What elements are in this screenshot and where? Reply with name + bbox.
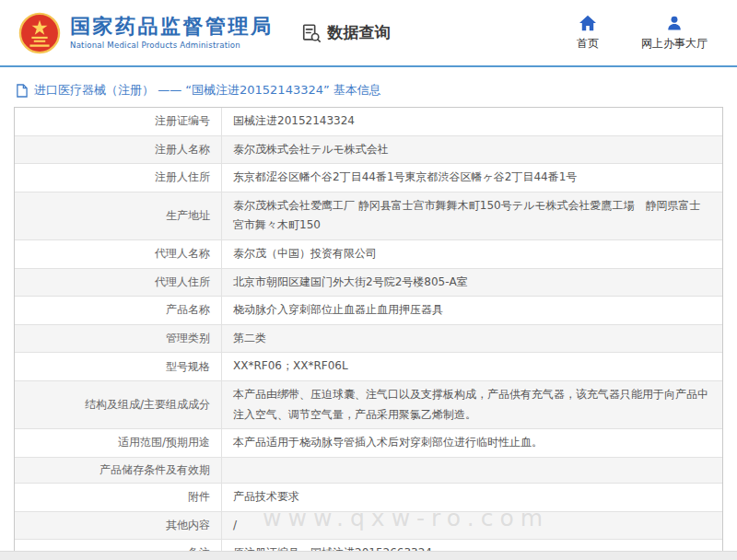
table-row: 适用范围/预期用途 本产品适用于桡动脉导管插入术后对穿刺部位进行临时性止血。 xyxy=(15,429,722,458)
user-icon xyxy=(666,15,683,31)
table-row: 代理人名称 泰尔茂（中国）投资有限公司 xyxy=(15,240,722,269)
row-value: 桡动脉介入穿刺部位止血器止血用押压器具 xyxy=(222,297,722,324)
row-value xyxy=(222,458,722,483)
document-icon xyxy=(16,84,28,98)
row-value: 泰尔茂株式会社爱鹰工厂 静冈县富士宫市舞舞木町150号テルモ株式会社愛鷹工場 静… xyxy=(222,192,722,239)
home-icon xyxy=(579,15,597,31)
table-row: 产品名称 桡动脉介入穿刺部位止血器止血用押压器具 xyxy=(15,297,722,325)
brand-logo-link[interactable]: 国家药品监督管理局 National Medical Products Admi… xyxy=(18,12,274,54)
row-label: 代理人住所 xyxy=(15,269,222,297)
row-label: 其他内容 xyxy=(15,512,222,540)
breadcrumb: 进口医疗器械（注册） —— “国械注进20152143324” 基本信息 xyxy=(14,73,723,107)
table-row: 注册证编号 国械注进20152143324 xyxy=(15,108,722,136)
nav-online-service-hall[interactable]: 网上办事大厅 xyxy=(641,15,708,52)
row-value: 泰尔茂株式会社テルモ株式会社 xyxy=(222,136,722,164)
row-value: 产品技术要求 xyxy=(222,484,722,511)
table-row: 其他内容 / xyxy=(15,512,722,541)
row-value: 东京都涩谷区幡个谷2丁目44番1号東京都渋谷区幡ヶ谷2丁目44番1号 xyxy=(222,164,722,192)
row-label: 产品储存条件及有效期 xyxy=(15,458,222,483)
row-label: 结构及组成/主要组成成分 xyxy=(15,381,222,428)
row-value: 本产品由绑带、压迫球囊、注气口以及支撑板构成，产品供有充气器，该充气器只能用于向… xyxy=(222,381,722,428)
row-label: 适用范围/预期用途 xyxy=(15,429,222,457)
row-value: 国械注进20152143324 xyxy=(222,108,722,135)
header: 国家药品监督管理局 National Medical Products Admi… xyxy=(0,0,737,67)
table-row: 生产地址 泰尔茂株式会社爱鹰工厂 静冈县富士宫市舞舞木町150号テルモ株式会社愛… xyxy=(15,192,722,240)
table-row: 结构及组成/主要组成成分 本产品由绑带、压迫球囊、注气口以及支撑板构成，产品供有… xyxy=(15,381,722,429)
table-row: 管理类别 第二类 xyxy=(15,325,722,354)
row-label: 注册证编号 xyxy=(15,108,222,135)
data-query-tab[interactable]: 数据查询 xyxy=(301,22,391,43)
row-label: 代理人名称 xyxy=(15,240,222,268)
registration-info-table: 注册证编号 国械注进20152143324 注册人名称 泰尔茂株式会社テルモ株式… xyxy=(14,107,723,560)
table-row: 注册人名称 泰尔茂株式会社テルモ株式会社 xyxy=(15,136,722,165)
row-label: 生产地址 xyxy=(15,192,222,239)
row-label: 型号规格 xyxy=(15,353,222,380)
data-query-label: 数据查询 xyxy=(328,22,391,43)
row-label: 产品名称 xyxy=(15,297,222,324)
header-nav: 首页 网上办事大厅 xyxy=(569,15,708,52)
national-emblem-icon xyxy=(18,12,61,54)
table-row: 代理人住所 北京市朝阳区建国门外大街2号院2号楼805-A室 xyxy=(15,269,722,298)
brand-title: 国家药品监督管理局 xyxy=(70,16,274,38)
row-label: 附件 xyxy=(15,484,222,511)
row-value: 北京市朝阳区建国门外大街2号院2号楼805-A室 xyxy=(222,269,722,297)
document-search-icon xyxy=(301,23,322,43)
nav-home[interactable]: 首页 xyxy=(569,15,606,52)
row-label: 注册人住所 xyxy=(15,164,222,192)
nav-hall-label: 网上办事大厅 xyxy=(641,36,708,52)
row-label: 管理类别 xyxy=(15,325,222,353)
table-row: 注册人住所 东京都涩谷区幡个谷2丁目44番1号東京都渋谷区幡ヶ谷2丁目44番1号 xyxy=(15,164,722,192)
brand-subtitle: National Medical Products Administration xyxy=(70,41,274,50)
row-value: 本产品适用于桡动脉导管插入术后对穿刺部位进行临时性止血。 xyxy=(222,429,722,457)
footer-strip xyxy=(0,551,737,560)
table-row: 型号规格 XX*RF06；XX*RF06L xyxy=(15,353,722,381)
row-value: XX*RF06；XX*RF06L xyxy=(222,353,722,380)
table-row: 产品储存条件及有效期 xyxy=(15,458,722,484)
table-row: 附件 产品技术要求 xyxy=(15,484,722,512)
main-content: 进口医疗器械（注册） —— “国械注进20152143324” 基本信息 注册证… xyxy=(0,67,737,560)
row-value: / xyxy=(222,512,722,540)
nav-home-label: 首页 xyxy=(577,36,599,52)
row-label: 注册人名称 xyxy=(15,136,222,164)
row-value: 泰尔茂（中国）投资有限公司 xyxy=(222,240,722,268)
page-title: 进口医疗器械（注册） —— “国械注进20152143324” 基本信息 xyxy=(34,82,381,99)
row-value: 第二类 xyxy=(222,325,722,353)
